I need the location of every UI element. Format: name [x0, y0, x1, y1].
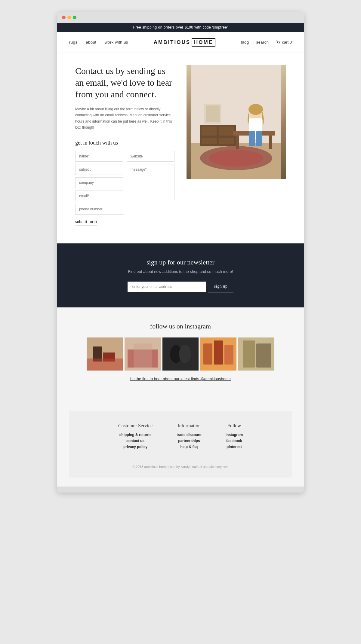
phone-input[interactable] [75, 204, 123, 215]
form-title: get in touch with us [75, 140, 174, 146]
footer-instagram[interactable]: instagram [226, 433, 243, 437]
banner-text: Free shipping on orders over $100 with c… [133, 25, 228, 29]
svg-rect-34 [224, 345, 233, 365]
insta-svg-1 [87, 337, 123, 371]
browser-chrome [57, 12, 304, 23]
nav-right: blog search cart 0 [241, 40, 292, 45]
nav-blog[interactable]: blog [241, 40, 249, 44]
instagram-photo-5[interactable] [238, 337, 274, 371]
browser-window: Free shipping on orders over $100 with c… [57, 12, 304, 493]
footer-privacy[interactable]: privacy policy [118, 445, 153, 449]
footer-pinterest[interactable]: pinterest [226, 445, 243, 449]
svg-point-20 [248, 104, 263, 115]
instagram-grid [69, 337, 292, 371]
footer-follow: Follow instagram facebook pinterest [226, 423, 243, 451]
logo-home: HOME [192, 38, 215, 47]
contact-scene-svg [187, 65, 286, 179]
instagram-photo-2[interactable] [125, 337, 161, 371]
contact-image [187, 65, 286, 179]
svg-point-5 [209, 150, 263, 166]
insta-svg-4 [200, 337, 236, 371]
footer-help-faq[interactable]: help & faq [177, 445, 202, 449]
footer-info-title: Information [177, 423, 202, 429]
copyright-text: © 2018 ambitious home | site by karolyn … [132, 465, 228, 469]
svg-rect-33 [214, 340, 223, 365]
email-input[interactable] [75, 191, 123, 201]
submit-button[interactable]: submit form [75, 219, 97, 225]
svg-point-30 [179, 345, 191, 363]
footer-inner: Customer Service shipping & returns cont… [69, 411, 292, 478]
cart-icon[interactable]: cart 0 [276, 40, 292, 45]
svg-point-1 [279, 44, 280, 44]
svg-rect-13 [269, 136, 272, 149]
nav-work-with-us[interactable]: work with us [105, 40, 128, 44]
instagram-photo-4[interactable] [200, 337, 236, 371]
svg-rect-37 [256, 343, 271, 368]
contact-left: Contact us by sending us an email, we'd … [75, 65, 174, 225]
page-bottom-bar [57, 487, 304, 493]
newsletter-signup-button[interactable]: sign up [208, 281, 233, 292]
site-logo[interactable]: AMBITIOUS HOME [154, 38, 215, 47]
nav-left: rugs about work with us [69, 40, 128, 44]
contact-form [75, 151, 174, 215]
newsletter-subtitle: Find out about new additions to the shop… [69, 269, 292, 274]
subject-input[interactable] [75, 164, 123, 175]
nav-search[interactable]: search [256, 40, 269, 44]
footer-copyright: © 2018 ambitious home | site by karolyn … [87, 460, 274, 469]
footer-information: Information trade discount partnerships … [177, 423, 202, 451]
footer-columns: Customer Service shipping & returns cont… [87, 423, 274, 451]
footer-partnerships[interactable]: partnerships [177, 439, 202, 443]
website-input[interactable] [127, 151, 174, 162]
contact-image-container [187, 65, 286, 179]
newsletter-form: sign up [69, 281, 292, 292]
contact-photo [187, 65, 286, 179]
footer-contact[interactable]: contact us [118, 439, 153, 443]
insta-svg-5 [238, 337, 274, 371]
main-content: Contact us by sending us an email, we'd … [57, 53, 304, 243]
nav-rugs[interactable]: rugs [69, 40, 77, 44]
page-content: Free shipping on orders over $100 with c… [57, 23, 304, 493]
footer-facebook[interactable]: facebook [226, 439, 243, 443]
logo-ambitious: AMBITIOUS [154, 39, 190, 45]
cart-count: cart 0 [282, 40, 292, 44]
instagram-photo-1[interactable] [87, 337, 123, 371]
contact-subtext: Maybe a bit about filling out the form b… [75, 106, 174, 131]
svg-rect-18 [249, 131, 255, 146]
top-banner: Free shipping on orders over $100 with c… [57, 23, 304, 32]
footer-cs-title: Customer Service [118, 423, 153, 429]
svg-rect-10 [219, 138, 234, 144]
newsletter-section: sign up for our newsletter Find out abou… [57, 243, 304, 307]
footer-customer-service: Customer Service shipping & returns cont… [118, 423, 153, 451]
message-input[interactable] [127, 164, 174, 200]
company-input[interactable] [75, 177, 123, 188]
svg-rect-15 [206, 105, 220, 122]
svg-rect-24 [87, 359, 123, 371]
svg-rect-19 [256, 131, 262, 146]
insta-svg-2 [125, 337, 161, 371]
insta-svg-3 [162, 337, 199, 371]
footer-shipping[interactable]: shipping & returns [118, 433, 153, 437]
svg-rect-27 [134, 343, 152, 368]
minimize-dot[interactable] [67, 16, 71, 19]
name-input[interactable] [75, 151, 123, 162]
newsletter-email-input[interactable] [128, 282, 206, 292]
cart-svg-icon [276, 40, 281, 45]
instagram-photo-3[interactable] [162, 337, 199, 371]
instagram-handle[interactable]: be the first to hear about our latest fi… [69, 377, 292, 381]
svg-rect-8 [219, 127, 234, 136]
svg-rect-12 [236, 136, 239, 149]
maximize-dot[interactable] [73, 16, 76, 19]
instagram-section: follow us on instagram [57, 307, 304, 393]
svg-rect-7 [202, 127, 217, 136]
footer-trade-discount[interactable]: trade discount [177, 433, 202, 437]
newsletter-title: sign up for our newsletter [69, 258, 292, 266]
instagram-title: follow us on instagram [69, 322, 292, 330]
close-dot[interactable] [62, 16, 66, 19]
contact-heading: Contact us by sending us an email, we'd … [75, 65, 174, 100]
form-col-right [127, 151, 174, 215]
svg-rect-32 [203, 343, 212, 365]
contact-section: Contact us by sending us an email, we'd … [75, 65, 286, 225]
nav-about[interactable]: about [86, 40, 96, 44]
form-col-left [75, 151, 123, 215]
navigation: rugs about work with us AMBITIOUS HOME b… [57, 32, 304, 53]
